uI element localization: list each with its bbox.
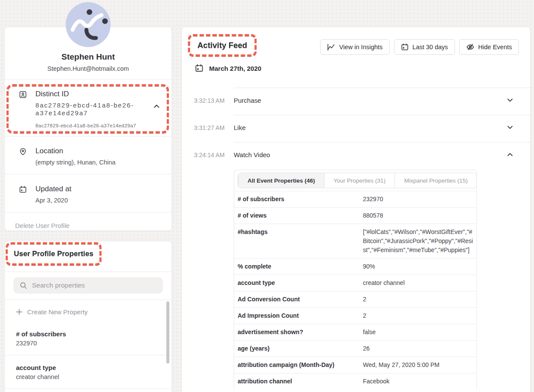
table-row: % complete 90% [234,258,477,275]
updated-at-value: Apr 3, 2020 [35,196,161,204]
annotation-box-user-profile-properties: User Profile Properties [6,242,102,266]
distinct-id-label: Distinct ID [35,90,161,98]
table-row: advertisement shown? false [234,324,477,340]
property-value: ["#lolCats","#Wilson","#WorstGiftEver","… [363,228,477,255]
property-value: 2 [363,311,477,320]
table-row: attribution channel Facebook [234,373,477,389]
property-value: Facebook [363,377,477,386]
search-properties-input[interactable] [32,281,157,289]
property-name: attribution channel [238,377,363,386]
distinct-id-subvalue: 8ac27829-ebcd-41a8-be26-a37e14ed29a7 [35,123,161,128]
user-properties-list: # of subscribers 232970 account type cre… [5,322,172,389]
date-range-button[interactable]: Last 30 days [394,39,455,55]
date-range-label: Last 30 days [413,44,448,51]
view-in-insights-button[interactable]: View in Insights [320,39,389,55]
event-row[interactable]: 3:24:14 AM Watch Video [182,142,530,169]
property-name: # of subscribers [238,195,363,204]
activity-feed-card: Activity Feed View in Insights Last 30 d… [181,27,531,392]
properties-panel-header: User Profile Properties [5,241,172,272]
calendar-icon [195,64,203,73]
chevron-down-icon[interactable] [507,98,513,102]
chevron-down-icon[interactable] [507,153,513,156]
search-box[interactable] [13,277,163,294]
tab[interactable]: Your Properties (31) [324,173,394,188]
date-header-label: March 27th, 2020 [209,65,261,72]
property-name: % complete [238,262,363,271]
line-chart-icon [327,44,335,51]
property-name: # of views [238,211,363,220]
property-value: 880578 [363,211,477,220]
property-name: # of subscribers [16,330,160,338]
user-email: Stephen.Hunt@hotmailx.com [5,65,172,72]
table-row: # of subscribers 232970 [234,191,477,207]
hide-events-label: Hide Events [478,44,512,51]
date-header: March 27th, 2020 [195,64,261,73]
list-item[interactable]: account type creator channel [5,355,172,389]
event-time: 3:31:27 AM [194,124,225,131]
location-pin-icon [19,148,27,155]
tab[interactable]: All Event Properties (46) [238,173,324,188]
property-value: 26 [363,344,477,353]
tab[interactable]: Mixpanel Properties (15) [394,173,477,188]
calendar-icon [401,43,409,51]
properties-panel-title: User Profile Properties [14,250,93,258]
plus-icon [16,309,22,315]
table-row: # of views 880578 [234,207,477,224]
delete-user-profile-link[interactable]: Delete User Profile [5,212,172,239]
user-name: Stephen Hunt [5,52,172,62]
event-time: 3:24:14 AM [194,152,225,158]
event-name: Purchase [234,97,261,104]
user-profile-properties-card: User Profile Properties Create New Prope… [4,241,172,392]
updated-at-label: Updated at [35,185,161,193]
activity-toolbar: View in Insights Last 30 days Hide Eve [320,39,519,55]
property-value: 90% [363,262,477,271]
activity-feed-title: Activity Feed [197,41,247,50]
property-name: advertisement shown? [238,328,363,337]
event-row[interactable]: 3:32:13 AM Purchase [182,88,530,115]
table-row: #hashtags ["#lolCats","#Wilson","#WorstG… [234,224,477,258]
create-new-property-button[interactable]: Create New Property [5,300,172,322]
location-section: Location (empty string), Hunan, China [5,136,172,174]
property-value: Wed, May 27, 2020 5:00 PM [363,360,477,370]
create-new-property-label: Create New Property [27,308,88,316]
chevron-up-icon[interactable] [154,104,159,108]
event-time: 3:32:13 AM [194,97,225,104]
table-row: Ad Conversion Count 2 [234,291,477,307]
property-name: attribution campaign (Month-Day) [238,360,363,370]
distinct-id-value: 8ac27829-ebcd-41a8-be26-a37e14ed29a7 [35,101,153,117]
event-row[interactable]: 3:31:27 AM Like [182,115,530,142]
user-avatar [66,2,111,47]
property-name: Ad Impression Count [238,311,363,320]
event-properties-tabs: All Event Properties (46) Your Propertie… [238,173,477,188]
calendar-icon [19,186,27,193]
list-item[interactable]: # of subscribers 232970 [5,322,172,355]
property-name: Ad Conversion Count [238,295,363,304]
table-row: Ad Impression Count 2 [234,307,477,324]
event-name: Watch Video [234,151,270,158]
property-value: false [363,328,477,337]
property-name: account type [16,364,160,371]
location-value: (empty string), Hunan, China [35,158,161,166]
property-value: creator channel [363,278,477,288]
chevron-down-icon[interactable] [507,126,513,129]
distinct-id-section: Distinct ID 8ac27829-ebcd-41a8-be26-a37e… [5,79,172,136]
property-name: age (years) [238,344,363,353]
property-value: creator channel [16,373,160,380]
property-value: 232970 [363,195,477,204]
id-badge-icon [19,91,27,98]
search-properties-wrap [5,272,172,300]
scrollbar-thumb[interactable] [166,301,169,364]
event-name: Like [234,124,246,131]
user-profile-card: Stephen Hunt Stephen.Hunt@hotmailx.com D… [4,27,172,231]
event-detail-panel: All Event Properties (46) Your Propertie… [234,170,477,389]
event-list: 3:32:13 AM Purchase 3:31:27 AM Like [182,88,530,169]
search-icon [19,281,27,289]
table-row: account type creator channel [234,275,477,291]
hide-events-button[interactable]: Hide Events [459,39,519,55]
annotation-box-activity-feed: Activity Feed [188,34,257,57]
property-name: account type [238,278,363,288]
updated-at-section: Updated at Apr 3, 2020 [5,174,172,212]
eye-off-icon [466,43,474,51]
table-row: age (years) 26 [234,340,477,357]
property-value: 232970 [16,340,160,347]
